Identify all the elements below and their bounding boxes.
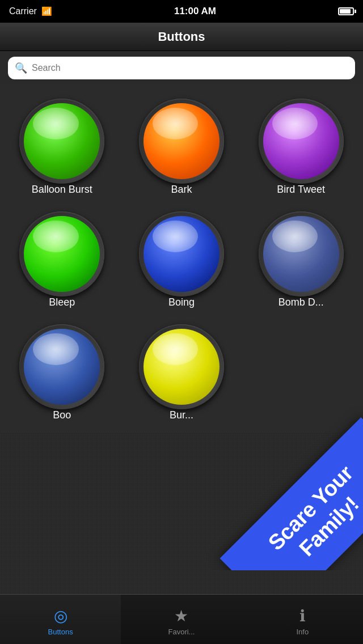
grid-item-bleep[interactable]: Bleep bbox=[3, 204, 121, 314]
button-label-bomb-drop: Bomb D... bbox=[278, 296, 324, 308]
grid-item-balloon-burst[interactable]: Balloon Burst bbox=[3, 91, 121, 201]
button-inner-bomb-drop bbox=[263, 216, 339, 292]
button-outer-boo[interactable] bbox=[19, 324, 104, 409]
button-outer-bomb-drop[interactable] bbox=[259, 211, 344, 296]
tab-item-buttons[interactable]: Buttons bbox=[0, 595, 121, 644]
nav-bar: Buttons bbox=[0, 23, 363, 51]
button-label-bark: Bark bbox=[171, 184, 192, 196]
button-inner-bleep bbox=[24, 216, 100, 292]
grid-item-boing[interactable]: Boing bbox=[123, 204, 240, 314]
button-inner-burp bbox=[143, 329, 220, 405]
tab-item-favorites[interactable]: Favori... bbox=[121, 595, 242, 644]
button-label-boo: Boo bbox=[53, 409, 71, 421]
tab-label-info: Info bbox=[296, 628, 309, 636]
search-bar[interactable]: 🔍 bbox=[8, 57, 355, 79]
button-label-bleep: Bleep bbox=[49, 296, 75, 308]
tab-icon-info bbox=[299, 607, 306, 625]
button-outer-balloon-burst[interactable] bbox=[19, 99, 104, 184]
battery-fill bbox=[340, 9, 351, 14]
nav-title: Buttons bbox=[158, 29, 205, 44]
grid-item-bomb-drop[interactable]: Bomb D... bbox=[242, 204, 360, 314]
button-outer-burp[interactable] bbox=[139, 324, 224, 409]
button-outer-bird-tweet[interactable] bbox=[259, 99, 344, 184]
button-label-balloon-burst: Balloon Burst bbox=[32, 184, 92, 196]
button-inner-boo bbox=[24, 329, 100, 405]
button-outer-boing[interactable] bbox=[139, 211, 224, 296]
search-icon: 🔍 bbox=[15, 62, 27, 74]
button-inner-bark bbox=[143, 103, 220, 179]
status-right bbox=[338, 7, 354, 15]
grid-item-burp[interactable]: Bur... bbox=[123, 316, 240, 427]
tab-bar: ButtonsFavori...Info bbox=[0, 594, 363, 644]
grid-item-bark[interactable]: Bark bbox=[123, 91, 240, 201]
wifi-icon: 📶 bbox=[41, 6, 52, 16]
button-inner-balloon-burst bbox=[24, 103, 100, 179]
buttons-grid: Balloon BurstBarkBird TweetBleepBoingBom… bbox=[0, 85, 363, 433]
tab-icon-favorites bbox=[174, 607, 188, 625]
button-inner-boing bbox=[143, 216, 220, 292]
tab-icon-buttons bbox=[54, 607, 67, 625]
tab-label-buttons: Buttons bbox=[48, 628, 73, 636]
tab-label-favorites: Favori... bbox=[168, 628, 195, 636]
search-input[interactable] bbox=[32, 63, 348, 73]
search-container: 🔍 bbox=[0, 51, 363, 85]
battery-icon bbox=[338, 7, 354, 15]
button-label-burp: Bur... bbox=[170, 409, 193, 421]
tab-item-info[interactable]: Info bbox=[242, 595, 363, 644]
button-label-boing: Boing bbox=[168, 296, 195, 308]
button-outer-bleep[interactable] bbox=[19, 211, 104, 296]
carrier-label: Carrier bbox=[9, 6, 37, 16]
button-outer-bark[interactable] bbox=[139, 99, 224, 184]
button-label-bird-tweet: Bird Tweet bbox=[277, 184, 325, 196]
grid-item-bird-tweet[interactable]: Bird Tweet bbox=[242, 91, 360, 201]
button-inner-bird-tweet bbox=[263, 103, 339, 179]
status-bar: Carrier 📶 11:00 AM bbox=[0, 0, 363, 23]
status-left: Carrier 📶 bbox=[9, 6, 52, 16]
status-time: 11:00 AM bbox=[174, 6, 216, 17]
content-area: Balloon BurstBarkBird TweetBleepBoingBom… bbox=[0, 85, 363, 594]
grid-item-boo[interactable]: Boo bbox=[3, 316, 121, 427]
